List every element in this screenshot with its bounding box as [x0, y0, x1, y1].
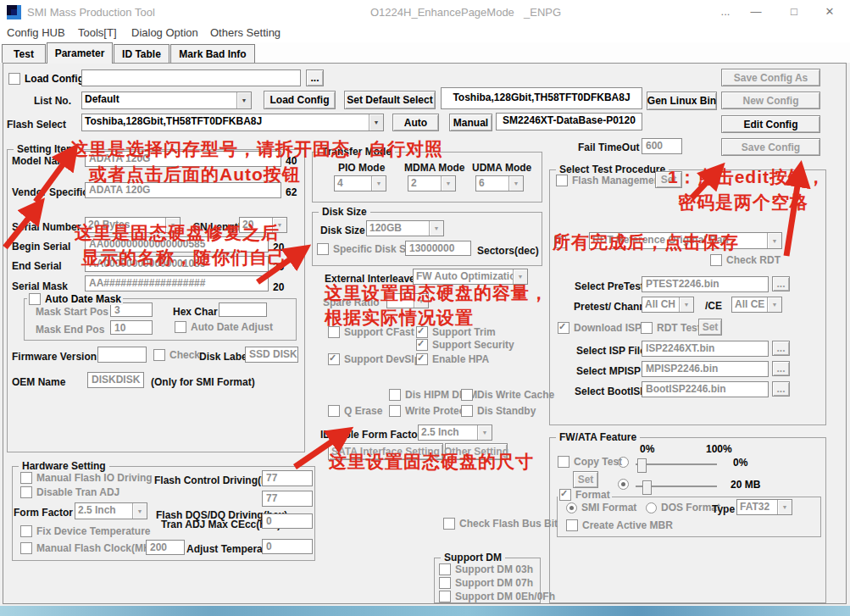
checkbox-box[interactable]: [328, 405, 340, 417]
manual-flash-io-checkbox[interactable]: Manual Flash IO Driving: [20, 472, 153, 484]
flash-management-checkbox[interactable]: Flash Management: [556, 175, 664, 186]
manual-flash-clock-input[interactable]: 200: [146, 540, 185, 555]
menu-dialog-option[interactable]: Dialog Option: [131, 26, 198, 39]
download-isp-checkbox[interactable]: Download ISP: [558, 322, 642, 334]
fail-timeout-input[interactable]: 600: [642, 138, 682, 154]
flash-control-driving-input[interactable]: 77: [262, 470, 313, 486]
menu-others-setting[interactable]: Others Setting: [210, 26, 281, 39]
checkbox-box[interactable]: [556, 175, 568, 186]
support-security-checkbox[interactable]: Support Security: [416, 339, 514, 351]
chevron-down-icon[interactable]: ▼: [429, 221, 443, 236]
check-rdt-checkbox[interactable]: Check RDT: [710, 254, 781, 266]
manual-button[interactable]: Manual: [449, 114, 492, 131]
tab-id-table[interactable]: ID Table: [114, 44, 169, 63]
serial-mask-input[interactable]: AA##################: [85, 275, 269, 291]
checkbox-box[interactable]: [29, 293, 41, 305]
checkbox-box[interactable]: [153, 349, 165, 361]
dis-write-cache-checkbox[interactable]: Dis Write Cache: [461, 389, 554, 401]
checkbox-box[interactable]: [439, 577, 451, 589]
chevron-down-icon[interactable]: ▼: [236, 92, 251, 108]
checkbox-box[interactable]: [443, 518, 455, 530]
check-flash-bus-bit-checkbox[interactable]: Check Flash Bus Bit: [443, 518, 558, 530]
more-button[interactable]: ...: [714, 3, 736, 20]
checkbox-box[interactable]: [175, 321, 186, 333]
browse-config-button[interactable]: ...: [306, 69, 324, 86]
checkbox-box[interactable]: [439, 563, 451, 575]
checkbox-box[interactable]: [317, 243, 329, 255]
chevron-down-icon[interactable]: ▼: [132, 503, 147, 519]
checkbox-box[interactable]: [389, 389, 401, 401]
manual-flash-clock-checkbox[interactable]: Manual Flash Clock(MHz): [20, 542, 159, 554]
disable-tran-adj-checkbox[interactable]: Disable Tran ADJ: [20, 486, 119, 498]
tab-parameter[interactable]: Parameter: [47, 42, 113, 64]
checkbox-box[interactable]: [328, 353, 340, 365]
id-table-form-factor-combo[interactable]: 2.5 Inch▼: [418, 425, 492, 441]
create-active-mbr-checkbox[interactable]: Create Active MBR: [566, 519, 673, 531]
tran-adj-max-cecc-input[interactable]: 0: [262, 513, 313, 529]
checkbox-box[interactable]: [566, 519, 578, 531]
checkbox-box[interactable]: [416, 353, 428, 365]
chevron-down-icon[interactable]: ▼: [767, 233, 781, 248]
format-type-combo[interactable]: FAT32▼: [736, 499, 792, 515]
copy-percent-slider[interactable]: [636, 463, 717, 465]
format-checkbox[interactable]: Format: [558, 489, 612, 501]
adjust-temperature-input[interactable]: 0: [262, 539, 313, 554]
checkbox-box[interactable]: [8, 73, 20, 85]
radio-circle[interactable]: [566, 502, 577, 513]
fix-device-temperature-checkbox[interactable]: Fix Device Temperature: [20, 525, 151, 537]
browse-isp-button[interactable]: ...: [772, 341, 790, 356]
auto-button[interactable]: Auto: [392, 114, 439, 131]
rdt-test-set-button[interactable]: Set: [698, 319, 722, 336]
select-mpisp-input[interactable]: MPISP2246.bin: [642, 361, 769, 377]
support-dm-03h-checkbox[interactable]: Support DM 03h: [439, 563, 533, 575]
specific-disk-size-checkbox[interactable]: Specific Disk Size: [317, 243, 419, 255]
disk-label-input[interactable]: SSD DISK: [245, 347, 298, 363]
disk-size-combo[interactable]: 120GB▼: [366, 220, 444, 236]
browse-mpisp-button[interactable]: ...: [772, 361, 790, 376]
edit-config-button[interactable]: Edit Config: [721, 115, 820, 133]
load-config-path-input[interactable]: [81, 69, 301, 86]
auto-date-adjust-checkbox[interactable]: Auto Date Adjust: [175, 321, 273, 333]
copy-percent-slider-thumb[interactable]: [637, 458, 647, 473]
select-bootisp-input[interactable]: BootISP2246.bin: [642, 381, 769, 397]
checkbox-box[interactable]: [641, 322, 653, 334]
checkbox-box[interactable]: [389, 405, 401, 417]
checkbox-box[interactable]: [559, 489, 571, 501]
tab-test[interactable]: Test: [2, 44, 46, 63]
checkbox-box[interactable]: [20, 525, 32, 537]
dis-standby-checkbox[interactable]: Dis Standby: [461, 405, 536, 417]
checkbox-box[interactable]: [461, 389, 473, 401]
specific-disk-size-input[interactable]: 13000000: [405, 241, 471, 256]
form-factor-combo[interactable]: 2.5 Inch▼: [75, 502, 147, 519]
support-dm-0eh-checkbox[interactable]: Support DM 0Eh/0Fh: [439, 591, 555, 602]
enable-hpa-checkbox[interactable]: Enable HPA: [416, 353, 489, 365]
flash-select-combo[interactable]: Toshiba,128Gbit,TH58TFT0DFKBA8J▼: [81, 114, 384, 131]
checkbox-box[interactable]: [710, 254, 722, 266]
menu-config-hub[interactable]: Config HUB: [7, 26, 65, 39]
rdt-test-checkbox[interactable]: RDT Test: [641, 322, 701, 334]
chevron-down-icon[interactable]: ▼: [508, 176, 523, 191]
checkbox-box[interactable]: [461, 405, 473, 417]
checkbox-box[interactable]: [20, 486, 32, 498]
firmware-check-checkbox[interactable]: Check: [153, 349, 200, 361]
save-config-as-button[interactable]: Save Config As: [721, 69, 820, 86]
minimize-button[interactable]: —: [742, 3, 769, 20]
mask-end-pos-input[interactable]: 10: [110, 320, 153, 335]
smi-format-radio[interactable]: SMI Format: [566, 502, 636, 513]
copy-test-checkbox[interactable]: Copy Test: [558, 456, 622, 468]
checkbox-box[interactable]: [20, 472, 32, 484]
set-default-select-button[interactable]: Set Default Select: [344, 91, 436, 109]
chevron-down-icon[interactable]: ▼: [369, 114, 383, 130]
auto-date-mask-checkbox[interactable]: Auto Date Mask: [27, 293, 123, 305]
radio-circle[interactable]: [646, 502, 657, 513]
oem-name-input[interactable]: DISKDISK: [87, 372, 144, 388]
write-protect-checkbox[interactable]: Write Protect: [389, 405, 468, 417]
firmware-version-input[interactable]: [97, 347, 147, 363]
checkbox-box[interactable]: [416, 339, 428, 351]
maximize-button[interactable]: □: [780, 3, 808, 20]
load-config-button[interactable]: Load Config: [264, 91, 336, 109]
support-devslp-checkbox[interactable]: Support DevSlp: [328, 353, 420, 365]
support-dm-07h-checkbox[interactable]: Support DM 07h: [439, 577, 533, 589]
save-config-button[interactable]: Save Config: [721, 138, 820, 156]
q-erase-checkbox[interactable]: Q Erase: [328, 405, 382, 417]
